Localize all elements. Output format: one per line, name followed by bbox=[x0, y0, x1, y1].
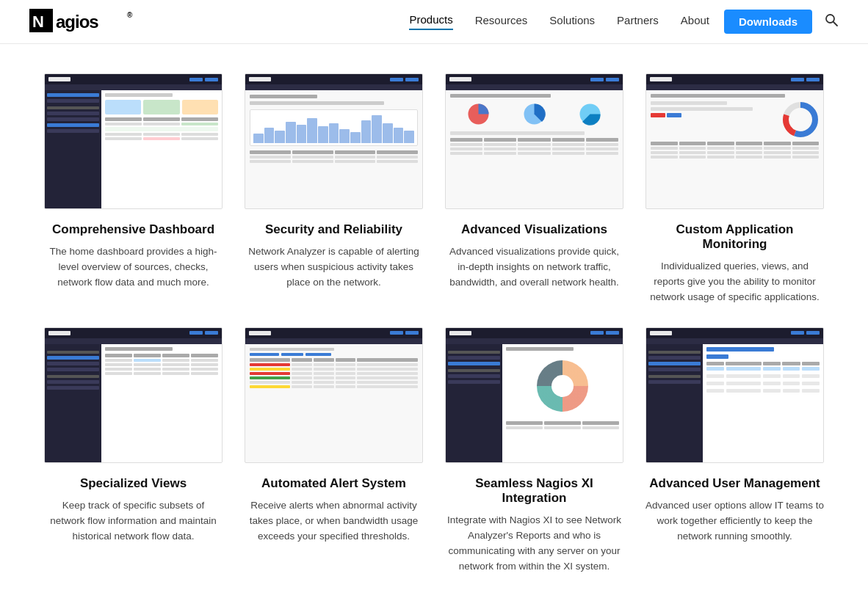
ss-cell bbox=[357, 372, 418, 375]
ss-user-cell bbox=[783, 367, 800, 371]
ss-cell bbox=[292, 372, 312, 375]
ss-bar bbox=[372, 115, 382, 143]
ss-pie-2 bbox=[521, 101, 547, 127]
nav-products[interactable]: Products bbox=[409, 13, 452, 30]
nav-resources[interactable]: Resources bbox=[475, 14, 528, 29]
feature-title: Custom Application Monitoring bbox=[645, 222, 824, 252]
ss-user-action bbox=[706, 354, 820, 359]
ss-pie-3 bbox=[577, 101, 603, 127]
ss-user-row bbox=[706, 367, 820, 371]
ss-table-row bbox=[450, 143, 618, 146]
ss-table-row bbox=[250, 150, 418, 154]
feature-card-security: Security and Reliability Network Analyze… bbox=[245, 73, 423, 305]
feature-desc: Individualized queries, views, and repor… bbox=[645, 259, 824, 305]
ss-user-cell bbox=[706, 367, 724, 371]
ss-cell bbox=[484, 143, 516, 146]
ss-cell bbox=[586, 143, 618, 146]
screenshot-alerting bbox=[245, 327, 423, 463]
ss-btn bbox=[706, 354, 728, 359]
ss-cell bbox=[105, 354, 132, 357]
ss-table-row bbox=[506, 426, 619, 429]
ss-cell bbox=[336, 376, 356, 379]
ss-cell bbox=[506, 426, 543, 429]
ss-bar bbox=[318, 126, 328, 143]
ss-sidebar-item bbox=[648, 362, 701, 365]
ss-table-row bbox=[651, 151, 819, 154]
ss-table bbox=[706, 362, 820, 395]
ss-user-cell bbox=[802, 374, 820, 378]
screenshot-dashboard bbox=[44, 73, 223, 209]
ss-user-cell bbox=[783, 382, 800, 385]
ss-heading bbox=[105, 347, 173, 351]
feature-desc: Keep track of specific subsets of networ… bbox=[44, 498, 223, 545]
ss-sidebar bbox=[45, 344, 101, 462]
ss-cell bbox=[651, 151, 678, 154]
ss-cell bbox=[105, 372, 132, 375]
ss-layout bbox=[646, 344, 823, 462]
ss-dot bbox=[390, 331, 403, 335]
ss-dots bbox=[189, 331, 218, 335]
ss-sidebar-section bbox=[47, 375, 99, 378]
ss-cell bbox=[292, 363, 312, 366]
ss-table-row bbox=[105, 133, 218, 136]
ss-sidebar-item bbox=[448, 362, 500, 365]
ss-heading bbox=[250, 95, 317, 98]
nav-solutions[interactable]: Solutions bbox=[549, 14, 595, 29]
ss-grid bbox=[105, 100, 218, 114]
ss-cell bbox=[336, 368, 356, 371]
ss-cell bbox=[162, 368, 189, 371]
ss-sidebar-item bbox=[648, 368, 701, 371]
ss-table bbox=[105, 354, 218, 375]
ss-table-row bbox=[250, 363, 418, 366]
ss-cell bbox=[357, 358, 418, 362]
nav-partners[interactable]: Partners bbox=[617, 14, 659, 29]
feature-card-users: Advanced User Management Advanced user o… bbox=[645, 327, 824, 575]
ss-cell bbox=[679, 147, 706, 150]
feature-card-visualizations: Advanced Visualizations Advanced visuali… bbox=[445, 73, 623, 305]
ss-cell bbox=[764, 156, 791, 159]
screenshot-users bbox=[645, 327, 824, 463]
ss-sidebar bbox=[446, 344, 502, 462]
ss-donut bbox=[782, 101, 819, 138]
nav-about[interactable]: About bbox=[681, 14, 709, 29]
ss-cell bbox=[586, 152, 618, 155]
feature-title: Advanced User Management bbox=[649, 476, 820, 491]
ss-cell bbox=[292, 160, 333, 163]
ss-nav bbox=[45, 338, 222, 344]
ss-user-cell bbox=[706, 382, 724, 385]
ss-topbar bbox=[446, 74, 623, 84]
ss-cell bbox=[336, 372, 356, 375]
ss-cell bbox=[314, 363, 334, 366]
ss-content bbox=[446, 90, 623, 159]
ss-bar bbox=[361, 120, 372, 144]
ss-cell bbox=[250, 156, 291, 159]
ss-controls bbox=[651, 101, 778, 138]
ss-cell bbox=[162, 359, 189, 362]
ss-cell bbox=[802, 362, 820, 365]
search-icon[interactable] bbox=[824, 12, 839, 31]
ss-table-row bbox=[250, 381, 418, 384]
ss-cell bbox=[651, 142, 678, 145]
ss-user-cell bbox=[726, 367, 761, 371]
ss-topbar bbox=[45, 328, 222, 338]
ss-heading bbox=[651, 94, 785, 98]
ss-cell bbox=[105, 117, 142, 121]
ss-cell bbox=[314, 358, 334, 362]
feature-title: Specialized Views bbox=[80, 476, 187, 491]
ss-sidebar-section bbox=[648, 375, 701, 378]
ss-cell bbox=[544, 421, 581, 425]
ss-table bbox=[506, 421, 619, 429]
nav-links: Products Resources Solutions Partners Ab… bbox=[409, 13, 709, 30]
ss-pie-1 bbox=[466, 101, 491, 127]
feature-title: Comprehensive Dashboard bbox=[52, 222, 214, 237]
ss-grid-item bbox=[182, 100, 218, 114]
ss-cell bbox=[357, 385, 418, 388]
downloads-button[interactable]: Downloads bbox=[724, 10, 812, 34]
ss-cell bbox=[544, 426, 581, 429]
ss-cell bbox=[336, 363, 356, 366]
ss-sidebar-item bbox=[448, 380, 500, 384]
svg-point-4 bbox=[826, 15, 834, 23]
feature-desc: Advanced user options allow IT teams to … bbox=[645, 498, 824, 545]
ss-cell bbox=[582, 421, 619, 425]
ss-heading bbox=[450, 94, 551, 98]
